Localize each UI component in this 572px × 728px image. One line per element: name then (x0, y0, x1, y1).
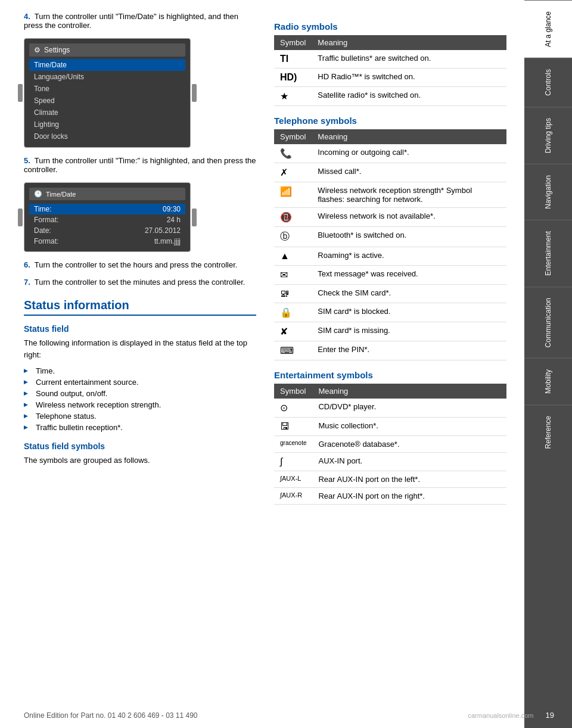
radio-col-meaning: Meaning (312, 35, 506, 50)
symbol-cd: ⊙ (274, 399, 312, 418)
footer-logo: carmanualsonline.com (468, 712, 533, 719)
sidebar-item-at-a-glance[interactable]: At a glance (524, 0, 572, 58)
meaning-no-signal: Wireless network is not available*. (312, 208, 506, 227)
step-6-text: Turn the controller to set the hours and… (35, 260, 238, 269)
table-row: ★ Satellite radio* is switched on. (274, 87, 506, 106)
meaning-ti: Traffic bulletins* are switched on. (312, 50, 506, 69)
symbol-hd: HD) (274, 69, 312, 87)
bullet-entertainment: Current entertainment source. (24, 377, 256, 388)
meaning-call: Incoming or outgoing call*. (312, 144, 506, 163)
screen-title: Settings (44, 46, 70, 54)
meaning-cd: CD/DVD* player. (312, 399, 506, 418)
meaning-pin: Enter the PIN*. (312, 341, 506, 360)
sidebar-item-navigation[interactable]: Navigation (524, 164, 572, 220)
row-date[interactable]: Date: 27.05.2012 (29, 225, 185, 236)
table-row: 🖳 Check the SIM card*. (274, 285, 506, 303)
menu-time-date[interactable]: Time/Date (29, 59, 185, 71)
screen2-header: 🕐 Time/Date (29, 188, 185, 200)
bullet-wireless: Wireless network reception strength. (24, 399, 256, 410)
symbol-aux-l: ∫AUX-L (274, 471, 312, 488)
table-row: ▲ Roaming* is active. (274, 247, 506, 266)
status-field-bullets: Time. Current entertainment source. Soun… (24, 365, 256, 433)
table-row: HD) HD Radio™* is switched on. (274, 69, 506, 87)
sidebar-item-controls[interactable]: Controls (524, 58, 572, 107)
table-row: ✘ SIM card* is missing. (274, 322, 506, 341)
symbol-sim-missing: ✘ (274, 322, 312, 341)
left-nav-btn[interactable] (18, 84, 23, 102)
bullet-traffic: Traffic bulletin reception*. (24, 422, 256, 433)
status-field-symbols-body: The symbols are grouped as follows. (24, 455, 256, 466)
row-format2[interactable]: Format: tt.mm.jjjj (29, 236, 185, 247)
meaning-missed: Missed call*. (312, 163, 506, 182)
step-7-text: Turn the controller to set the minutes a… (35, 278, 245, 287)
table-row: 🔒 SIM card* is blocked. (274, 303, 506, 322)
right-nav-btn[interactable] (192, 84, 197, 102)
meaning-aux-r: Rear AUX-IN port on the right*. (312, 488, 506, 505)
menu-speed[interactable]: Speed (29, 95, 185, 107)
sidebar-item-driving-tips[interactable]: Driving tips (524, 107, 572, 164)
step-5-number: 5. (24, 156, 30, 165)
format1-value: 24 h (167, 216, 181, 224)
symbol-satellite: ★ (274, 87, 312, 106)
meaning-bluetooth: Bluetooth* is switched on. (312, 227, 506, 247)
ent-col-meaning: Meaning (312, 384, 506, 399)
symbol-signal: 📶 (274, 182, 312, 208)
sidebar-label-at-a-glance: At a glance (544, 11, 552, 47)
date-value: 27.05.2012 (145, 226, 181, 235)
menu-language-units[interactable]: Language/Units (29, 71, 185, 83)
left-nav-btn-2[interactable] (18, 209, 23, 226)
sidebar: At a glance Controls Driving tips Naviga… (524, 0, 572, 728)
step-4-text: Turn the controller until "Time/Date" is… (24, 12, 238, 30)
date-label: Date: (34, 226, 51, 235)
entertainment-symbols-table: Symbol Meaning ⊙ CD/DVD* player. 🖫 Music… (274, 384, 506, 505)
settings-icon: ⚙ (34, 46, 41, 54)
time-label: Time: (34, 205, 52, 213)
menu-tone[interactable]: Tone (29, 83, 185, 95)
table-row: TI Traffic bulletins* are switched on. (274, 50, 506, 69)
menu-climate[interactable]: Climate (29, 107, 185, 119)
row-time[interactable]: Time: 09:30 (29, 204, 185, 214)
step-7: 7. Turn the controller to set the minute… (24, 278, 256, 287)
table-row: 📞 Incoming or outgoing call*. (274, 144, 506, 163)
bullet-telephone: Telephone status. (24, 410, 256, 422)
screen-1: ⚙ Settings Time/Date Language/Units Tone… (24, 38, 191, 148)
sidebar-item-entertainment[interactable]: Entertainment (524, 220, 572, 287)
symbol-bluetooth: ⓑ (274, 227, 312, 247)
meaning-music: Music collection*. (312, 418, 506, 436)
step-5-text: Turn the controller until "Time:" is hig… (24, 156, 256, 174)
right-nav-btn-2[interactable] (192, 209, 197, 226)
settings-screen: ⚙ Settings Time/Date Language/Units Tone… (24, 38, 191, 148)
menu-lighting[interactable]: Lighting (29, 119, 185, 130)
format2-value: tt.mm.jjjj (154, 237, 181, 245)
sidebar-label-navigation: Navigation (544, 175, 552, 209)
meaning-sim-blocked: SIM card* is blocked. (312, 303, 506, 322)
sidebar-label-communication: Communication (544, 298, 552, 347)
status-information-title: Status information (24, 298, 256, 316)
symbol-gracenote: gracenote (274, 436, 312, 453)
status-field-symbols-title: Status field symbols (24, 441, 256, 451)
bullet-sound: Sound output, on/off. (24, 388, 256, 399)
screen-header: ⚙ Settings (29, 43, 185, 57)
meaning-check-sim: Check the SIM card*. (312, 285, 506, 303)
tel-col-symbol: Symbol (274, 129, 312, 144)
meaning-sim-missing: SIM card* is missing. (312, 322, 506, 341)
meaning-sms: Text message* was received. (312, 266, 506, 285)
status-field-title: Status field (24, 324, 256, 334)
page-footer: Online Edition for Part no. 01 40 2 606 … (0, 708, 572, 722)
step-4-number: 4. (24, 12, 30, 21)
sidebar-item-communication[interactable]: Communication (524, 287, 572, 358)
table-row: 📶 Wireless network reception strength* S… (274, 182, 506, 208)
menu-door-locks[interactable]: Door locks (29, 130, 185, 142)
footer-copyright: Online Edition for Part no. 01 40 2 606 … (24, 711, 198, 720)
meaning-signal: Wireless network reception strength* Sym… (312, 182, 506, 208)
clock-icon: 🕐 (34, 190, 42, 198)
meaning-aux: AUX-IN port. (312, 453, 506, 471)
sidebar-label-controls: Controls (544, 69, 552, 96)
sidebar-item-mobility[interactable]: Mobility (524, 358, 572, 405)
symbol-aux-r: ∫AUX-R (274, 488, 312, 505)
sidebar-item-reference[interactable]: Reference (524, 405, 572, 459)
symbol-sim-blocked: 🔒 (274, 303, 312, 322)
step-5: 5. Turn the controller until "Time:" is … (24, 156, 256, 174)
row-format1[interactable]: Format: 24 h (29, 214, 185, 225)
meaning-hd: HD Radio™* is switched on. (312, 69, 506, 87)
